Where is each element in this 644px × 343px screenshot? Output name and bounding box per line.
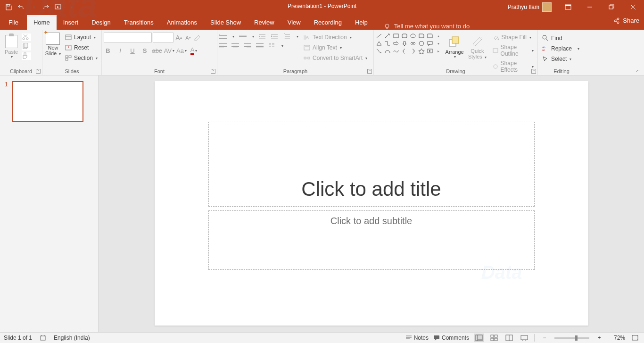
slide-counter[interactable]: Slide 1 of 1 [4,335,32,341]
title-placeholder[interactable]: Click to add title [208,122,535,207]
change-case-icon[interactable]: Aa▾ [177,46,186,55]
minimize-icon[interactable] [579,0,601,14]
shape-line-icon[interactable] [376,33,383,39]
collapse-ribbon-icon[interactable] [635,67,642,74]
tab-animations[interactable]: Animations [160,15,204,30]
shapes-gallery[interactable]: ▴ ▾ [376,32,442,63]
tab-design[interactable]: Design [85,15,117,30]
shape-rounded-rect-icon[interactable] [401,33,408,39]
find-button[interactable]: Find [540,33,583,43]
ribbon-display-options-icon[interactable] [557,0,579,14]
shape-brace-left-icon[interactable] [401,48,408,54]
paste-button[interactable]: Paste ▾ [2,32,21,60]
start-from-beginning-icon[interactable] [54,2,63,12]
shape-curve-icon[interactable] [393,48,400,54]
comments-button[interactable]: Comments [433,335,469,341]
cut-icon[interactable] [22,33,31,41]
decrease-indent-icon[interactable] [259,33,266,40]
slide[interactable]: Click to add title Click to add subtitle… [155,81,588,326]
increase-font-icon[interactable]: A▴ [174,33,183,42]
tab-review[interactable]: Review [248,15,281,30]
font-name-combo[interactable] [104,33,152,42]
clipboard-launcher-icon[interactable] [36,69,41,74]
shape-arrow-right-icon[interactable] [393,40,400,47]
shape-snip-rect-icon[interactable] [418,33,425,39]
undo-dropdown-icon[interactable]: ▾ [29,2,39,12]
tab-insert[interactable]: Insert [57,15,85,30]
tab-recording[interactable]: Recording [307,15,348,30]
tell-me-search[interactable]: Tell me what you want to do [384,23,470,30]
justify-icon[interactable] [256,42,264,50]
fit-to-window-icon[interactable] [630,334,640,342]
shape-round-single-icon[interactable] [426,33,433,39]
italic-icon[interactable]: I [116,46,124,55]
slide-thumbnail-1[interactable] [12,81,83,122]
zoom-slider[interactable] [554,337,589,339]
increase-indent-icon[interactable] [271,33,279,40]
slideshow-view-icon[interactable] [519,334,529,342]
reading-view-icon[interactable] [504,334,514,342]
zoom-level[interactable]: 72% [609,335,625,341]
shape-star-icon[interactable] [418,48,425,54]
shape-arrow-leftright-icon[interactable] [410,40,417,47]
new-slide-button[interactable]: New Slide ▾ [44,32,62,63]
close-icon[interactable] [622,0,644,14]
shape-outline-button[interactable]: Shape Outline▾ [490,43,536,58]
normal-view-icon[interactable] [474,334,484,342]
align-text-button[interactable]: Align Text▾ [301,43,369,52]
drawing-launcher-icon[interactable] [531,69,536,74]
line-spacing-icon[interactable] [283,33,291,40]
zoom-slider-thumb[interactable] [575,335,578,341]
arrange-button[interactable]: Arrange▾ [445,32,464,63]
layout-button[interactable]: Layout▾ [63,33,99,42]
copy-icon[interactable]: ▾ [22,43,31,50]
subtitle-placeholder[interactable]: Click to add subtitle [208,210,535,270]
decrease-font-icon[interactable]: A▾ [184,33,192,42]
font-launcher-icon[interactable] [211,69,215,74]
format-painter-icon[interactable] [22,52,31,60]
bold-icon[interactable]: B [104,46,112,55]
paste-dropdown-icon[interactable]: ▾ [11,55,13,59]
spell-check-icon[interactable] [40,335,46,341]
numbering-icon[interactable] [239,33,247,40]
shapes-row-up-icon[interactable]: ▴ [435,33,442,39]
undo-icon[interactable] [16,2,25,12]
shadow-icon[interactable]: S [140,46,149,55]
shape-arc-icon[interactable] [384,48,391,54]
shapes-more-icon[interactable]: ▸ [435,48,442,54]
tab-view[interactable]: View [281,15,307,30]
zoom-in-icon[interactable]: + [594,334,604,342]
convert-smartart-button[interactable]: Convert to SmartArt▾ [301,53,369,63]
shape-oval-icon[interactable] [410,33,417,39]
align-right-icon[interactable] [244,42,251,50]
columns-icon[interactable] [268,42,276,50]
qat-customize-icon[interactable]: ▾ [67,2,76,12]
tab-file[interactable]: File [0,15,27,30]
save-icon[interactable] [4,2,13,12]
reset-button[interactable]: Reset [63,43,99,52]
text-direction-button[interactable]: ||AText Direction▾ [301,33,369,42]
tab-help[interactable]: Help [348,15,374,30]
slide-canvas-area[interactable]: Data Click to add title Click to add sub… [99,75,644,332]
section-button[interactable]: Section▾ [63,53,99,63]
shape-fill-button[interactable]: Shape Fill▾ [490,33,536,42]
align-left-icon[interactable] [219,42,227,50]
replace-button[interactable]: abacReplace▾ [540,44,583,53]
shape-callout-icon[interactable] [426,40,433,47]
zoom-out-icon[interactable]: − [539,334,550,342]
shapes-row-down-icon[interactable]: ▾ [435,40,442,47]
quick-styles-button[interactable]: Quick Styles ▾ [467,32,487,63]
share-button[interactable]: Share [613,17,639,24]
tab-slideshow[interactable]: Slide Show [204,15,248,30]
align-center-icon[interactable] [231,42,239,50]
shape-action-icon[interactable] [426,48,433,54]
font-size-combo[interactable] [153,33,173,42]
redo-icon[interactable] [41,2,51,12]
user-account[interactable]: Prathyu Ilam [508,2,552,12]
shape-triangle-icon[interactable] [376,40,383,47]
character-spacing-icon[interactable]: AV▾ [165,46,173,55]
shape-arrow-down-icon[interactable] [401,40,408,47]
shape-arrow-line-icon[interactable] [384,33,391,39]
clear-formatting-icon[interactable] [193,33,202,42]
bullets-icon[interactable] [219,33,227,40]
